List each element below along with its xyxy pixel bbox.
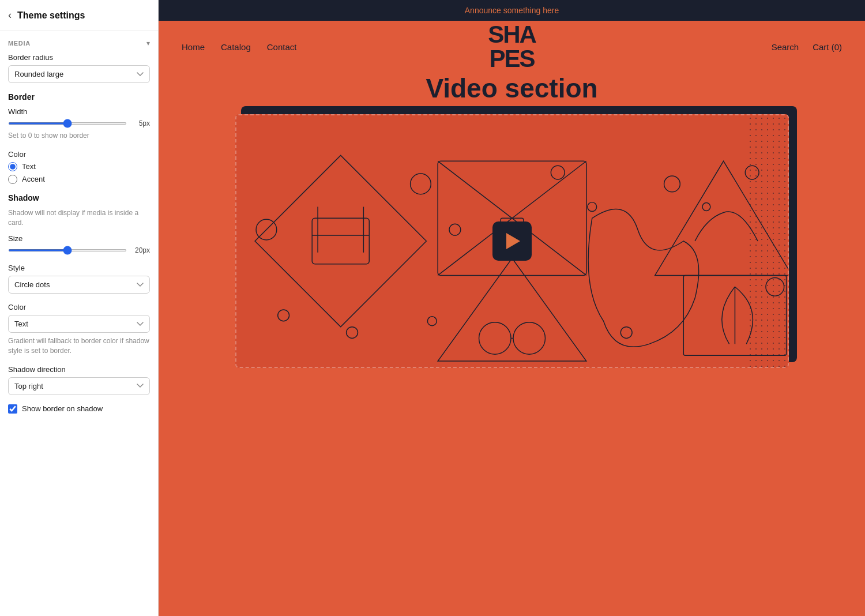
sidebar-title: Theme settings (17, 10, 85, 21)
border-width-value: 5px (131, 119, 150, 127)
sidebar-header: ‹ Theme settings (0, 0, 158, 31)
shadow-direction-select[interactable]: Top right Top left Bottom right Bottom l… (8, 377, 150, 395)
shadow-size-field: Size 20px (8, 234, 150, 254)
border-width-slider-row: 5px (8, 119, 150, 127)
border-width-hint: Set to 0 to show no border (8, 132, 89, 140)
show-border-shadow-checkbox[interactable] (8, 404, 17, 414)
border-color-accent-radio[interactable] (8, 175, 17, 184)
nav-cart[interactable]: Cart (0) (813, 42, 842, 52)
logo-line2: PES (488, 47, 536, 71)
border-width-label: Width (8, 107, 150, 116)
store-content: Video section (159, 73, 865, 616)
shadow-style-select[interactable]: Circle dots Border Gradient (8, 276, 150, 294)
video-play-button[interactable] (492, 221, 532, 261)
shadow-direction-label: Shadow direction (8, 365, 150, 374)
shadow-direction-field: Shadow direction Top right Top left Bott… (8, 365, 150, 395)
border-color-text-label: Text (22, 162, 36, 171)
video-section-title: Video section (426, 73, 597, 104)
store-area: Home Catalog Contact SHA PES Search Cart… (159, 21, 865, 616)
border-width-field: Width 5px Set to 0 to show no border (8, 107, 150, 141)
shadow-color-hint: Gradient will fallback to border color i… (8, 336, 150, 356)
nav-links: Home Catalog Contact (182, 42, 296, 52)
media-section-chevron[interactable]: ▾ (146, 39, 150, 47)
border-color-field: Color Text Accent (8, 150, 150, 184)
announce-bar-text: Announce something here (465, 6, 559, 15)
show-border-shadow-toggle[interactable]: Show border on shadow (8, 404, 150, 414)
shadow-color-label: Color (8, 303, 150, 311)
border-radius-select[interactable]: Rounded large Rounded small None Pill (8, 65, 150, 83)
border-radius-field: Border radius Rounded large Rounded smal… (8, 53, 150, 83)
border-color-radio-group: Text Accent (8, 162, 150, 184)
nav-search[interactable]: Search (772, 42, 799, 52)
main-preview: Announce something here Home Catalog Con… (159, 0, 865, 616)
nav-link-contact[interactable]: Contact (267, 42, 297, 52)
border-color-label: Color (8, 150, 150, 159)
shadow-size-label: Size (8, 234, 150, 243)
logo-line1: SHA (488, 22, 536, 47)
border-section-label: Border (8, 92, 150, 102)
show-border-shadow-label: Show border on shadow (22, 404, 103, 413)
shadow-style-label: Style (8, 264, 150, 272)
border-color-text-option[interactable]: Text (8, 162, 150, 171)
shadow-hint: Shadow will not display if media is insi… (8, 208, 150, 228)
sidebar-body: MEDIA ▾ Border radius Rounded large Roun… (0, 31, 158, 616)
shadow-size-value: 20px (131, 246, 150, 254)
shadow-color-field: Color Text Accent Gradient will fallback… (8, 303, 150, 356)
announce-bar: Announce something here (159, 0, 865, 21)
back-icon[interactable]: ‹ (8, 9, 12, 21)
shadow-size-slider[interactable] (8, 249, 127, 251)
shadow-section-label: Shadow (8, 193, 150, 202)
media-section-label: MEDIA (8, 40, 31, 47)
media-section-header: MEDIA ▾ (8, 39, 150, 47)
store-nav: Home Catalog Contact SHA PES Search Cart… (159, 21, 865, 73)
border-color-accent-option[interactable]: Accent (8, 175, 150, 184)
border-color-accent-label: Accent (22, 175, 45, 183)
border-color-text-radio[interactable] (8, 162, 17, 171)
play-triangle-icon (506, 233, 520, 249)
video-container (235, 114, 789, 368)
border-width-slider[interactable] (8, 122, 127, 125)
dot-pattern-decoration (747, 115, 788, 367)
shadow-size-slider-row: 20px (8, 246, 150, 254)
nav-link-catalog[interactable]: Catalog (221, 42, 251, 52)
sidebar: ‹ Theme settings MEDIA ▾ Border radius R… (0, 0, 159, 616)
store-logo: SHA PES (488, 22, 536, 71)
nav-actions: Search Cart (0) (772, 42, 842, 52)
shadow-color-select[interactable]: Text Accent (8, 315, 150, 333)
nav-link-home[interactable]: Home (182, 42, 205, 52)
shadow-style-field: Style Circle dots Border Gradient (8, 264, 150, 294)
border-radius-label: Border radius (8, 53, 150, 62)
